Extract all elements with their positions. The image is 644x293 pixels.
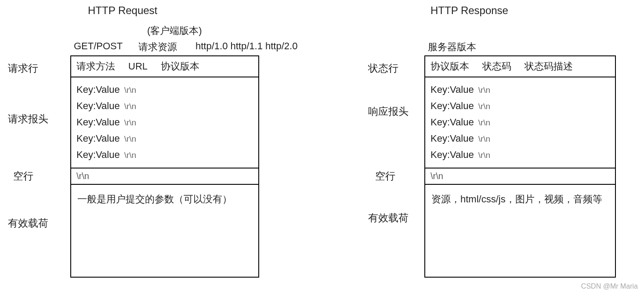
status-text-cell: 状态码描述	[525, 60, 573, 73]
request-version-cell: 协议版本	[161, 60, 199, 73]
method-annot: GET/POST	[74, 40, 123, 52]
label-request-empty: 空行	[13, 169, 33, 183]
crlf-text: \r\n	[478, 147, 490, 163]
crlf-text: \r\n	[124, 115, 136, 131]
label-response-empty: 空行	[375, 169, 395, 183]
label-status-line: 状态行	[368, 62, 398, 75]
header-kv: Key:Value	[431, 98, 474, 114]
request-header-row: Key:Value\r\n	[76, 147, 253, 163]
response-header-row: Key:Value\r\n	[431, 98, 610, 114]
request-header-row: Key:Value\r\n	[76, 82, 253, 98]
request-box: 请求方法 URL 协议版本 Key:Value\r\n Key:Value\r\…	[70, 55, 259, 278]
header-kv: Key:Value	[76, 131, 120, 146]
crlf-text: \r\n	[124, 147, 136, 163]
response-version-cell: 协议版本	[431, 60, 469, 73]
label-response-payload: 有效载荷	[368, 211, 409, 225]
response-title: HTTP Response	[431, 4, 508, 17]
crlf-text: \r\n	[124, 82, 136, 98]
resource-annot: 请求资源	[138, 40, 177, 54]
response-header-row: Key:Value\r\n	[431, 131, 610, 147]
request-empty-line: \r\n	[71, 168, 258, 185]
client-version-label: (客户端版本)	[147, 24, 202, 37]
response-header-row: Key:Value\r\n	[431, 114, 610, 131]
label-request-headers: 请求报头	[8, 112, 48, 126]
request-title: HTTP Request	[88, 4, 157, 17]
crlf-text: \r\n	[478, 99, 490, 114]
label-request-line: 请求行	[8, 62, 38, 75]
request-payload: 一般是用户提交的参数（可以没有）	[71, 185, 258, 260]
response-headers-block: Key:Value\r\n Key:Value\r\n Key:Value\r\…	[425, 77, 615, 168]
header-kv: Key:Value	[431, 82, 474, 98]
crlf-text: \r\n	[478, 131, 490, 147]
request-header-row: Key:Value\r\n	[76, 98, 253, 114]
crlf-text: \r\n	[124, 131, 136, 147]
header-kv: Key:Value	[431, 131, 474, 146]
response-box: 协议版本 状态码 状态码描述 Key:Value\r\n Key:Value\r…	[424, 55, 616, 278]
attribution-text: CSDN @Mr Maria	[581, 282, 638, 290]
header-kv: Key:Value	[76, 147, 120, 163]
request-method-cell: 请求方法	[76, 60, 115, 73]
crlf-text: \r\n	[124, 99, 136, 114]
request-header-row: Key:Value\r\n	[76, 131, 253, 147]
response-header-row: Key:Value\r\n	[431, 147, 610, 163]
header-kv: Key:Value	[76, 98, 120, 114]
response-payload: 资源，html/css/js，图片，视频，音频等	[425, 185, 615, 260]
status-code-cell: 状态码	[482, 60, 511, 73]
response-header-row: Key:Value\r\n	[431, 82, 610, 98]
label-request-payload: 有效载荷	[8, 216, 48, 230]
server-version-annot: 服务器版本	[428, 40, 476, 54]
request-headers-block: Key:Value\r\n Key:Value\r\n Key:Value\r\…	[71, 77, 258, 168]
label-response-headers: 响应报头	[368, 105, 409, 118]
versions-annot: http/1.0 http/1.1 http/2.0	[195, 40, 297, 52]
crlf-text: \r\n	[478, 82, 490, 98]
header-kv: Key:Value	[431, 114, 474, 130]
request-line-row: 请求方法 URL 协议版本	[71, 56, 258, 77]
header-kv: Key:Value	[76, 82, 120, 98]
header-kv: Key:Value	[76, 114, 120, 130]
header-kv: Key:Value	[431, 147, 474, 163]
status-line-row: 协议版本 状态码 状态码描述	[425, 56, 615, 77]
request-header-row: Key:Value\r\n	[76, 114, 253, 131]
crlf-text: \r\n	[478, 115, 490, 131]
request-url-cell: URL	[128, 61, 148, 72]
response-empty-line: \r\n	[425, 168, 615, 185]
